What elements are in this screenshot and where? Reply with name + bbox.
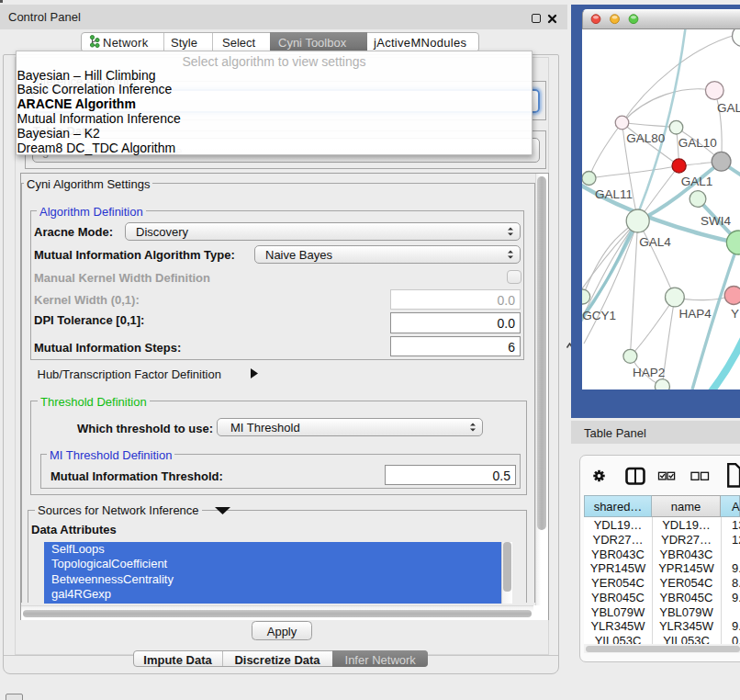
svg-text:GCY1: GCY1 [582,309,616,322]
svg-text:GAL80: GAL80 [626,131,665,145]
svg-text:HAP4: HAP4 [678,307,712,321]
svg-text:Y: Y [731,307,739,321]
svg-text:HAP2: HAP2 [633,366,665,379]
svg-text:GAL11: GAL11 [594,187,632,201]
svg-text:GAL4: GAL4 [639,235,671,249]
svg-text:GAL2: GAL2 [717,101,740,115]
svg-text:GAL1: GAL1 [680,175,712,188]
svg-text:SWI4: SWI4 [700,214,730,228]
svg-text:GAL10: GAL10 [678,136,716,150]
